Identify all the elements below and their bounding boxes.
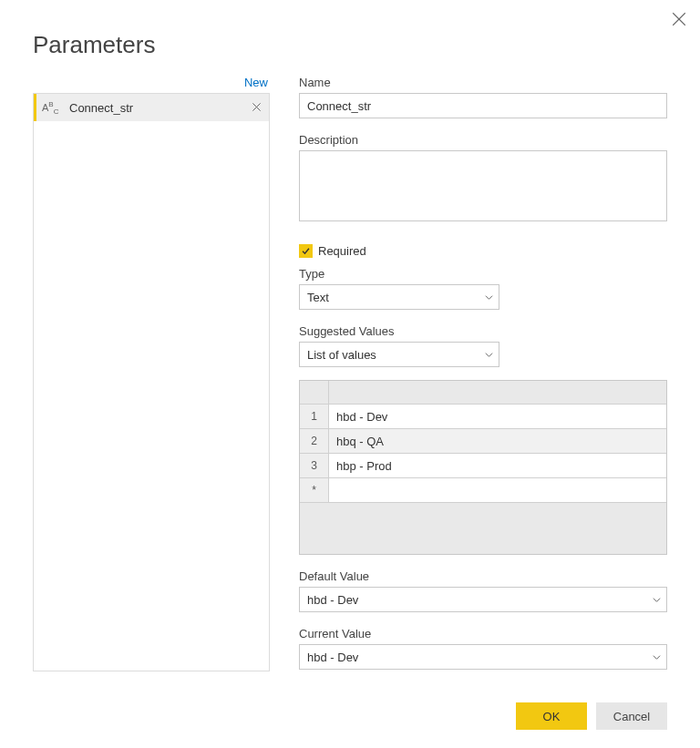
new-row-marker: * — [300, 478, 329, 502]
suggested-values-select-value: List of values — [307, 348, 376, 362]
default-value-select[interactable]: hbd - Dev — [299, 587, 667, 612]
row-number: 2 — [300, 429, 329, 453]
parameter-form: Name Description Required Type Text Sugg… — [299, 76, 667, 671]
dialog-title: Parameters — [0, 0, 700, 76]
values-grid[interactable]: 1 hbd - Dev 2 hbq - QA 3 hbp - Prod * — [299, 380, 667, 555]
dialog-footer: OK Cancel — [516, 702, 667, 730]
description-label: Description — [299, 133, 667, 147]
parameters-dialog: Parameters New ABC Connect_str Name Desc — [0, 0, 700, 748]
values-grid-row[interactable]: 1 hbd - Dev — [300, 405, 666, 429]
chevron-down-icon — [653, 651, 661, 664]
name-label: Name — [299, 76, 667, 89]
ok-button[interactable]: OK — [516, 702, 587, 730]
cancel-button[interactable]: Cancel — [596, 702, 667, 730]
default-value-select-value: hbd - Dev — [307, 593, 358, 607]
row-number: 1 — [300, 405, 329, 428]
default-value-label: Default Value — [299, 569, 667, 583]
row-value[interactable]: hbd - Dev — [329, 405, 666, 428]
suggested-values-select[interactable]: List of values — [299, 342, 499, 367]
row-number: 3 — [300, 454, 329, 477]
type-select-value: Text — [307, 291, 329, 304]
chevron-down-icon — [485, 348, 493, 362]
parameter-item-name: Connect_str — [69, 101, 244, 115]
type-select[interactable]: Text — [299, 284, 499, 310]
current-value-select-value: hbd - Dev — [307, 651, 358, 664]
close-icon[interactable] — [671, 11, 687, 27]
delete-parameter-icon[interactable] — [252, 101, 262, 115]
required-label: Required — [318, 244, 366, 258]
current-value-label: Current Value — [299, 627, 667, 640]
name-input[interactable] — [299, 93, 667, 118]
row-value[interactable]: hbq - QA — [329, 429, 666, 453]
row-value[interactable]: hbp - Prod — [329, 454, 666, 477]
type-label: Type — [299, 267, 667, 281]
parameters-sidebar: New ABC Connect_str — [33, 76, 270, 671]
chevron-down-icon — [485, 291, 493, 304]
required-checkbox[interactable] — [299, 244, 313, 258]
values-grid-row[interactable]: 3 hbp - Prod — [300, 454, 666, 478]
parameter-list-item[interactable]: ABC Connect_str — [34, 94, 269, 121]
chevron-down-icon — [653, 593, 661, 607]
description-input[interactable] — [299, 150, 667, 221]
current-value-select[interactable]: hbd - Dev — [299, 644, 667, 670]
row-value[interactable] — [329, 478, 666, 502]
text-type-icon: ABC — [42, 100, 62, 116]
values-grid-new-row[interactable]: * — [300, 478, 666, 503]
new-parameter-link[interactable]: New — [244, 76, 270, 89]
values-grid-row[interactable]: 2 hbq - QA — [300, 429, 666, 454]
parameter-list: ABC Connect_str — [33, 93, 270, 671]
values-grid-header — [300, 381, 666, 405]
suggested-values-label: Suggested Values — [299, 324, 667, 338]
